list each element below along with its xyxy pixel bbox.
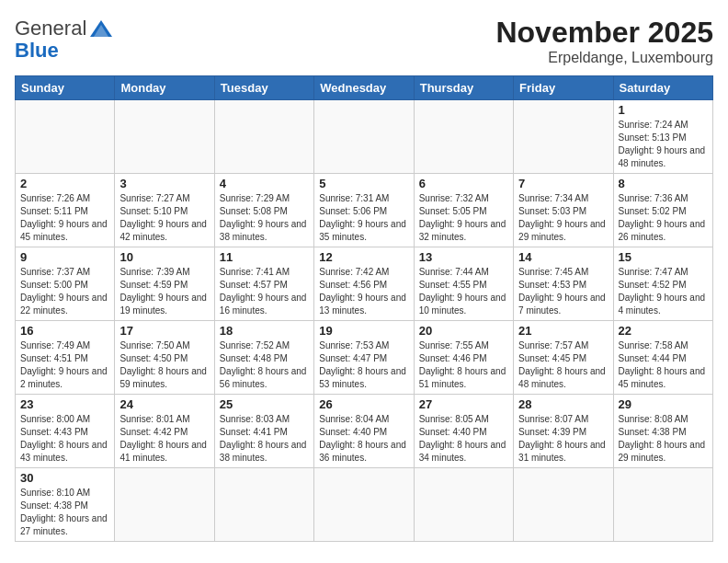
day-number: 21	[518, 324, 608, 338]
day-number: 9	[20, 250, 109, 264]
day-number: 17	[119, 324, 209, 338]
calendar-cell: 13Sunrise: 7:44 AM Sunset: 4:55 PM Dayli…	[414, 247, 513, 321]
day-info: Sunrise: 7:27 AM Sunset: 5:10 PM Dayligh…	[119, 192, 209, 244]
calendar-cell: 27Sunrise: 8:05 AM Sunset: 4:40 PM Dayli…	[414, 395, 513, 468]
calendar-cell: 5Sunrise: 7:31 AM Sunset: 5:06 PM Daylig…	[314, 174, 414, 247]
logo-icon	[88, 17, 114, 42]
calendar-cell: 17Sunrise: 7:50 AM Sunset: 4:50 PM Dayli…	[115, 321, 214, 395]
calendar-cell	[16, 100, 115, 174]
day-info: Sunrise: 7:24 AM Sunset: 5:13 PM Dayligh…	[619, 119, 708, 170]
day-info: Sunrise: 7:57 AM Sunset: 4:45 PM Dayligh…	[518, 339, 608, 391]
day-info: Sunrise: 8:10 AM Sunset: 4:38 PM Dayligh…	[20, 487, 109, 538]
header-saturday: Saturday	[613, 76, 712, 100]
calendar-cell: 28Sunrise: 8:07 AM Sunset: 4:39 PM Dayli…	[514, 395, 613, 468]
day-info: Sunrise: 7:37 AM Sunset: 5:00 PM Dayligh…	[20, 266, 109, 317]
header-sunday: Sunday	[16, 76, 115, 100]
day-number: 24	[119, 397, 209, 411]
calendar-cell: 2Sunrise: 7:26 AM Sunset: 5:11 PM Daylig…	[16, 174, 115, 247]
calendar-cell	[514, 100, 613, 174]
calendar-cell: 18Sunrise: 7:52 AM Sunset: 4:48 PM Dayli…	[214, 321, 313, 395]
day-number: 23	[20, 397, 109, 411]
calendar-cell: 3Sunrise: 7:27 AM Sunset: 5:10 PM Daylig…	[115, 174, 214, 247]
calendar-cell	[115, 468, 214, 542]
day-number: 16	[20, 324, 109, 338]
day-number: 30	[20, 471, 109, 485]
calendar-cell: 12Sunrise: 7:42 AM Sunset: 4:56 PM Dayli…	[314, 247, 414, 321]
logo-blue-text: Blue	[15, 39, 59, 63]
logo-area: General Blue	[15, 15, 114, 63]
day-number: 4	[220, 177, 309, 190]
day-number: 15	[619, 250, 708, 264]
header-tuesday: Tuesday	[214, 76, 313, 100]
calendar-cell	[314, 468, 414, 542]
day-info: Sunrise: 7:49 AM Sunset: 4:51 PM Dayligh…	[20, 339, 109, 391]
calendar-cell	[214, 468, 313, 542]
calendar-cell: 7Sunrise: 7:34 AM Sunset: 5:03 PM Daylig…	[514, 174, 613, 247]
day-info: Sunrise: 7:36 AM Sunset: 5:02 PM Dayligh…	[619, 192, 708, 244]
day-info: Sunrise: 8:04 AM Sunset: 4:40 PM Dayligh…	[319, 413, 408, 465]
calendar-cell	[414, 468, 513, 542]
calendar-cell: 15Sunrise: 7:47 AM Sunset: 4:52 PM Dayli…	[613, 247, 712, 321]
day-info: Sunrise: 8:03 AM Sunset: 4:41 PM Dayligh…	[220, 413, 309, 465]
day-number: 29	[619, 397, 708, 411]
calendar-cell	[414, 100, 513, 174]
day-number: 28	[518, 397, 608, 411]
day-info: Sunrise: 7:42 AM Sunset: 4:56 PM Dayligh…	[319, 266, 408, 317]
day-number: 13	[419, 250, 508, 264]
header-thursday: Thursday	[414, 76, 513, 100]
day-info: Sunrise: 7:52 AM Sunset: 4:48 PM Dayligh…	[220, 339, 309, 391]
header-monday: Monday	[115, 76, 214, 100]
calendar-row: 16Sunrise: 7:49 AM Sunset: 4:51 PM Dayli…	[16, 321, 713, 395]
calendar-cell: 29Sunrise: 8:08 AM Sunset: 4:38 PM Dayli…	[613, 395, 712, 468]
day-info: Sunrise: 7:58 AM Sunset: 4:44 PM Dayligh…	[619, 339, 708, 391]
day-info: Sunrise: 8:08 AM Sunset: 4:38 PM Dayligh…	[619, 413, 708, 465]
calendar-cell: 21Sunrise: 7:57 AM Sunset: 4:45 PM Dayli…	[514, 321, 613, 395]
day-info: Sunrise: 7:41 AM Sunset: 4:57 PM Dayligh…	[220, 266, 309, 317]
calendar-cell	[214, 100, 313, 174]
day-number: 2	[20, 177, 109, 190]
header-friday: Friday	[514, 76, 613, 100]
day-info: Sunrise: 7:29 AM Sunset: 5:08 PM Dayligh…	[220, 192, 309, 244]
day-number: 3	[119, 177, 209, 190]
day-info: Sunrise: 8:01 AM Sunset: 4:42 PM Dayligh…	[119, 413, 209, 465]
day-number: 12	[319, 250, 408, 264]
calendar-cell: 30Sunrise: 8:10 AM Sunset: 4:38 PM Dayli…	[16, 468, 115, 542]
calendar-row: 9Sunrise: 7:37 AM Sunset: 5:00 PM Daylig…	[16, 247, 713, 321]
day-number: 8	[619, 177, 708, 190]
logo-general-text: General	[15, 17, 86, 40]
day-info: Sunrise: 7:47 AM Sunset: 4:52 PM Dayligh…	[619, 266, 708, 317]
calendar-cell: 22Sunrise: 7:58 AM Sunset: 4:44 PM Dayli…	[613, 321, 712, 395]
day-info: Sunrise: 7:31 AM Sunset: 5:06 PM Dayligh…	[319, 192, 408, 244]
header: General Blue November 2025 Erpeldange, L…	[15, 15, 713, 66]
day-number: 27	[419, 397, 508, 411]
day-info: Sunrise: 7:45 AM Sunset: 4:53 PM Dayligh…	[518, 266, 608, 317]
day-number: 19	[319, 324, 408, 338]
day-info: Sunrise: 8:00 AM Sunset: 4:43 PM Dayligh…	[20, 413, 109, 465]
day-number: 1	[619, 103, 708, 117]
calendar-cell	[314, 100, 414, 174]
day-number: 22	[619, 324, 708, 338]
month-year-title: November 2025	[495, 15, 713, 50]
day-number: 6	[419, 177, 508, 190]
calendar-row: 1Sunrise: 7:24 AM Sunset: 5:13 PM Daylig…	[16, 100, 713, 174]
calendar-cell: 11Sunrise: 7:41 AM Sunset: 4:57 PM Dayli…	[214, 247, 313, 321]
day-number: 26	[319, 397, 408, 411]
location-subtitle: Erpeldange, Luxembourg	[495, 50, 713, 66]
calendar-cell	[115, 100, 214, 174]
calendar-cell: 9Sunrise: 7:37 AM Sunset: 5:00 PM Daylig…	[16, 247, 115, 321]
day-info: Sunrise: 7:26 AM Sunset: 5:11 PM Dayligh…	[20, 192, 109, 244]
calendar-cell: 24Sunrise: 8:01 AM Sunset: 4:42 PM Dayli…	[115, 395, 214, 468]
calendar-cell: 4Sunrise: 7:29 AM Sunset: 5:08 PM Daylig…	[214, 174, 313, 247]
day-info: Sunrise: 7:55 AM Sunset: 4:46 PM Dayligh…	[419, 339, 508, 391]
calendar-cell: 19Sunrise: 7:53 AM Sunset: 4:47 PM Dayli…	[314, 321, 414, 395]
day-number: 20	[419, 324, 508, 338]
calendar-table: Sunday Monday Tuesday Wednesday Thursday…	[15, 75, 713, 542]
day-info: Sunrise: 8:05 AM Sunset: 4:40 PM Dayligh…	[419, 413, 508, 465]
day-info: Sunrise: 7:39 AM Sunset: 4:59 PM Dayligh…	[119, 266, 209, 317]
calendar-cell: 14Sunrise: 7:45 AM Sunset: 4:53 PM Dayli…	[514, 247, 613, 321]
day-number: 10	[119, 250, 209, 264]
calendar-cell	[613, 468, 712, 542]
title-area: November 2025 Erpeldange, Luxembourg	[495, 15, 713, 66]
calendar-cell: 10Sunrise: 7:39 AM Sunset: 4:59 PM Dayli…	[115, 247, 214, 321]
calendar-cell	[514, 468, 613, 542]
